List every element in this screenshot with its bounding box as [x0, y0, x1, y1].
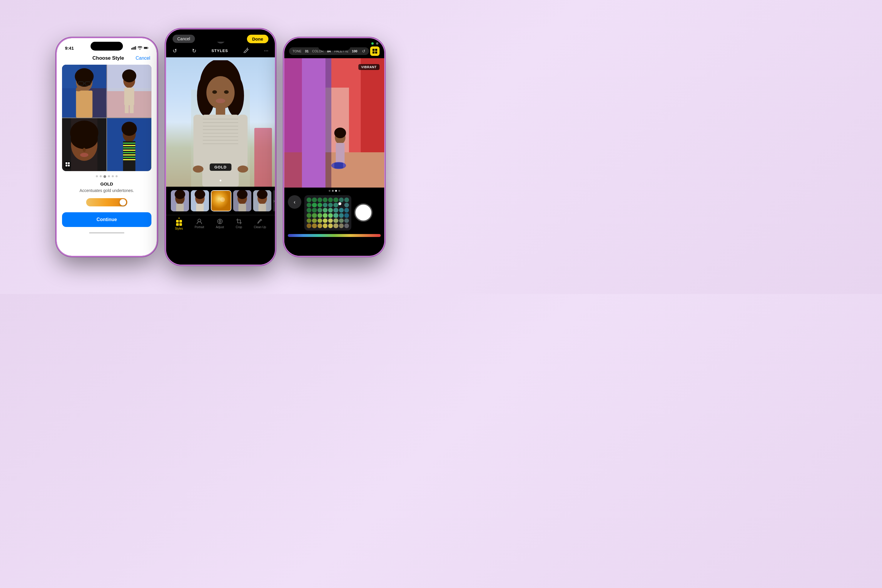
style-overlay-label: GOLD	[210, 164, 231, 171]
svg-rect-97	[179, 220, 182, 222]
slider-thumb[interactable]	[120, 199, 126, 206]
svg-rect-65	[202, 115, 239, 187]
svg-rect-64	[216, 107, 225, 116]
tab-adjust-label: Adjust	[216, 225, 224, 229]
dynamic-island-3	[318, 42, 351, 51]
svg-point-60	[206, 76, 235, 109]
style-thumb-2[interactable]	[191, 190, 209, 212]
photo-cell-2[interactable]	[107, 64, 152, 118]
more-icon[interactable]: ···	[264, 48, 268, 54]
status-icons	[131, 46, 148, 50]
cancel-button-dark[interactable]: Cancel	[172, 35, 195, 43]
photo-grid[interactable]	[62, 64, 152, 171]
color-gradient-bar[interactable]	[288, 234, 381, 237]
tab-adjust[interactable]: Adjust	[216, 218, 224, 230]
style-description: Accentuates gold undertones.	[57, 188, 157, 196]
p3dot-4[interactable]	[338, 190, 340, 192]
svg-rect-105	[372, 49, 375, 51]
done-button[interactable]: Done	[247, 35, 269, 43]
dot-2[interactable]	[100, 175, 102, 177]
architecture-photo	[284, 58, 384, 188]
capture-button[interactable]	[354, 204, 372, 222]
palette-value: 100	[352, 50, 357, 53]
svg-rect-75	[238, 115, 248, 168]
page-title: Choose Style	[92, 55, 124, 61]
svg-point-120	[334, 128, 346, 138]
tab-cleanup[interactable]: Clean Up	[254, 218, 266, 230]
tone-label: TONE	[292, 50, 302, 53]
photo-cell-3[interactable]	[62, 118, 106, 171]
p3dot-1[interactable]	[329, 190, 330, 192]
palette-dots	[304, 195, 351, 231]
styles-strip: ›	[166, 187, 275, 215]
svg-rect-1	[133, 47, 134, 50]
tab-portrait[interactable]: Portrait	[195, 218, 204, 230]
style-thumb-5-img	[253, 190, 272, 212]
style-thumb-gold-active[interactable]	[211, 190, 231, 212]
svg-point-25	[122, 69, 136, 82]
auto-enhance-icon[interactable]	[243, 47, 249, 54]
grid-icon-yellow	[372, 48, 378, 54]
svg-rect-114	[361, 58, 384, 152]
tab-styles[interactable]: Styles	[175, 218, 183, 230]
grid-toggle-button[interactable]	[370, 46, 380, 56]
svg-point-61	[212, 90, 217, 94]
svg-rect-74	[194, 115, 203, 168]
svg-point-63	[216, 99, 225, 103]
photos-icon	[65, 162, 70, 167]
battery-icon	[144, 46, 148, 50]
dot-1[interactable]	[96, 175, 98, 177]
intensity-slider[interactable]	[86, 198, 127, 206]
continue-button[interactable]: Continue	[62, 212, 152, 227]
svg-rect-3	[135, 46, 136, 50]
style-thumb-1[interactable]	[171, 190, 189, 212]
phone3-bottom-controls: ‹	[284, 193, 384, 233]
adjust-icon	[217, 218, 223, 225]
dot-6[interactable]	[116, 175, 118, 177]
style-thumb-5[interactable]	[253, 190, 272, 212]
redo-icon[interactable]: ↻	[192, 48, 196, 54]
dot-3-active[interactable]	[104, 175, 106, 178]
tab-crop[interactable]: Crop	[236, 218, 242, 230]
svg-rect-117	[326, 58, 332, 188]
svg-rect-28	[66, 165, 68, 166]
svg-rect-84	[196, 204, 204, 212]
dot-5[interactable]	[112, 175, 114, 177]
svg-rect-106	[375, 49, 377, 51]
home-indicator-3	[316, 242, 352, 243]
color-palette-grid[interactable]	[304, 195, 351, 231]
home-indicator-2	[203, 237, 238, 238]
svg-rect-108	[375, 51, 377, 54]
bottom-tabs: Styles Portrait	[166, 215, 275, 232]
svg-rect-122	[334, 163, 343, 168]
svg-point-35	[78, 143, 82, 146]
styles-title: STYLES	[212, 48, 228, 53]
svg-rect-80	[176, 204, 184, 212]
intensity-slider-row	[57, 196, 157, 212]
undo-icon[interactable]: ↺	[172, 48, 177, 54]
cancel-button[interactable]: Cancel	[135, 56, 150, 61]
svg-point-102	[219, 220, 221, 222]
person-photo-2	[107, 64, 152, 118]
svg-rect-27	[68, 162, 70, 164]
signal-icon	[131, 46, 136, 50]
svg-rect-5	[144, 47, 147, 48]
photo-cell-4[interactable]	[107, 118, 152, 171]
camera-indicator	[371, 42, 374, 45]
p3dot-2[interactable]	[332, 190, 334, 192]
style-thumb-4[interactable]	[233, 190, 251, 212]
svg-point-37	[83, 148, 86, 152]
svg-point-77	[237, 165, 248, 172]
grid-icon	[64, 161, 71, 169]
style-thumb-1-img	[171, 190, 189, 212]
phone-3: TONE 31 COLOR 84 PALETTE 100 ↺	[284, 38, 384, 256]
p3dot-3-active[interactable]	[335, 190, 337, 192]
svg-point-87	[220, 197, 225, 202]
svg-point-34	[71, 129, 98, 149]
cleanup-icon	[256, 218, 263, 225]
photo-cell-1[interactable]	[62, 64, 106, 118]
reset-icon[interactable]: ↺	[362, 49, 366, 54]
dot-4[interactable]	[108, 175, 110, 177]
svg-point-76	[193, 165, 204, 172]
back-chevron-button[interactable]: ‹	[288, 195, 302, 209]
